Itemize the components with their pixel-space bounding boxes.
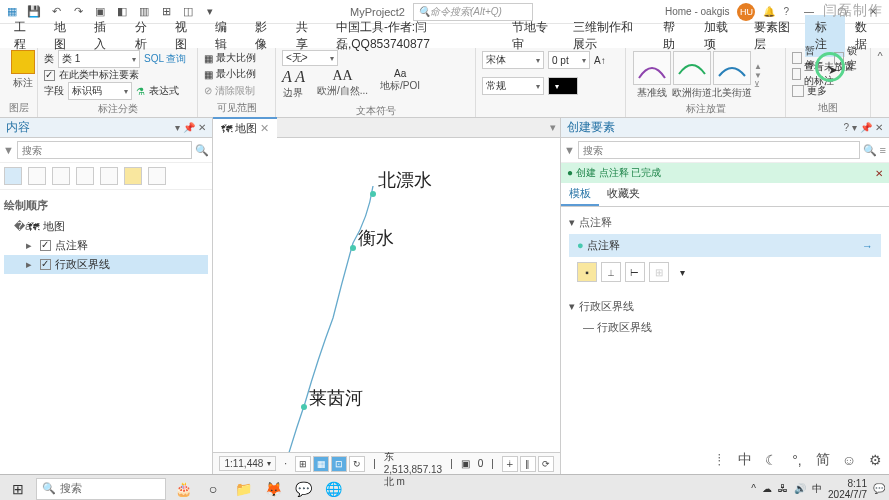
template-point[interactable]: ● 点注释 → xyxy=(569,234,881,257)
class-combo[interactable]: 类 1▾ xyxy=(58,50,140,68)
pane-close-icon[interactable]: ✕ xyxy=(198,122,206,133)
gallery-more[interactable]: ⊻ xyxy=(754,80,762,89)
rp-pin-icon[interactable]: 📌 xyxy=(860,122,872,133)
layer-boundary[interactable]: ▸ 行政区界线 xyxy=(4,255,208,274)
text-style-2[interactable]: AA xyxy=(317,68,368,84)
sb-pause[interactable]: ‖ xyxy=(520,456,536,472)
unplaced-icon[interactable] xyxy=(792,68,801,80)
clear-limit[interactable]: 清除限制 xyxy=(215,84,255,98)
tab-favorites[interactable]: 收藏夹 xyxy=(599,183,648,206)
tb-label-icon[interactable] xyxy=(124,167,142,185)
expr-icon[interactable]: ⚗ xyxy=(136,86,145,97)
rp-help-icon[interactable]: ? xyxy=(843,122,849,133)
collapse2-icon[interactable]: ▾ xyxy=(569,300,575,313)
text-style-3[interactable]: Aa xyxy=(380,68,420,79)
max-scale[interactable]: 最大比例 xyxy=(216,51,256,65)
filter-icon[interactable]: ▼ xyxy=(3,144,14,156)
tb-source-icon[interactable] xyxy=(28,167,46,185)
sb-i3[interactable]: ⊡ xyxy=(331,456,347,472)
pause-icon[interactable] xyxy=(792,52,802,64)
clear-icon[interactable]: ⊘ xyxy=(204,85,212,96)
simp-btn[interactable]: 简 xyxy=(813,450,833,470)
sb-i1[interactable]: ⊞ xyxy=(295,456,311,472)
map-tab[interactable]: 🗺 地图 ✕ xyxy=(213,117,277,138)
pane-pin-icon[interactable]: 📌 xyxy=(183,122,195,133)
tray-ime[interactable]: 中 xyxy=(812,482,822,496)
sb-refresh[interactable]: ⟳ xyxy=(538,456,554,472)
tb-sel-icon[interactable] xyxy=(52,167,70,185)
layer-point-check[interactable] xyxy=(40,240,51,251)
clock-date[interactable]: 2024/7/7 xyxy=(828,489,867,500)
taskbar-search[interactable]: 🔍 搜索 xyxy=(36,478,166,500)
map-canvas[interactable]: 北漂水 衡水 莱茵河 xyxy=(213,138,560,452)
tb-pencil-icon[interactable] xyxy=(148,167,166,185)
zoom-in-icon[interactable]: ▦ xyxy=(204,53,213,64)
tray-notif-icon[interactable]: 💬 xyxy=(873,483,885,494)
sb-i2[interactable]: ▦ xyxy=(313,456,329,472)
msg-close-icon[interactable]: ✕ xyxy=(875,168,883,179)
task-wechat-icon[interactable]: 💬 xyxy=(290,477,316,501)
tray-cloud-icon[interactable]: ☁ xyxy=(762,483,772,494)
placement-2[interactable] xyxy=(673,51,711,85)
label-button[interactable]: 标注 xyxy=(6,50,40,90)
map-node[interactable]: �á 🗺 地图 xyxy=(4,217,208,236)
tray-vol-icon[interactable]: 🔊 xyxy=(794,483,806,494)
tray-net-icon[interactable]: 🖧 xyxy=(778,483,788,494)
template-boundary[interactable]: — 行政区界线 xyxy=(569,318,881,337)
section-boundary[interactable]: ▾行政区界线 xyxy=(569,299,881,314)
rp-close-icon[interactable]: ✕ xyxy=(875,122,883,133)
weight-combo[interactable]: 常规▾ xyxy=(482,77,544,95)
search-go-icon[interactable]: 🔍 xyxy=(195,144,209,157)
field-combo[interactable]: 标识码▾ xyxy=(68,82,132,100)
emoji-icon[interactable]: ☺ xyxy=(839,450,859,470)
ime-btn[interactable]: 中 xyxy=(735,450,755,470)
start-button[interactable]: ⊞ xyxy=(4,477,32,501)
tray-up-icon[interactable]: ^ xyxy=(751,483,756,494)
sb-i4[interactable]: ↻ xyxy=(349,456,365,472)
expression-link[interactable]: 表达式 xyxy=(149,84,179,98)
layer-point[interactable]: ▸ 点注释 xyxy=(4,236,208,255)
tool-more[interactable]: ▾ xyxy=(673,262,693,282)
expander-icon[interactable]: �á xyxy=(14,220,24,233)
label-check[interactable] xyxy=(44,70,55,81)
rp-filter-icon[interactable]: ▼ xyxy=(564,144,575,156)
task-cake-icon[interactable]: 🎂 xyxy=(170,477,196,501)
layer-boundary-check[interactable] xyxy=(40,259,51,270)
map-tab-close-icon[interactable]: ✕ xyxy=(260,122,269,135)
color-combo[interactable]: ▾ xyxy=(548,77,578,95)
tab-templates[interactable]: 模板 xyxy=(561,183,599,206)
contents-search[interactable] xyxy=(17,141,193,159)
rp-search-icon[interactable]: 🔍 xyxy=(863,144,877,157)
rp-opts-icon[interactable]: ≡ xyxy=(880,144,886,156)
gallery-up[interactable]: ▲ xyxy=(754,62,762,71)
task-firefox-icon[interactable]: 🦊 xyxy=(260,477,286,501)
task-cortana-icon[interactable]: ○ xyxy=(200,477,226,501)
gear-icon[interactable]: ⚙ xyxy=(865,450,885,470)
arrow-icon[interactable]: → xyxy=(862,240,873,252)
map-tabs-menu-icon[interactable]: ▾ xyxy=(546,121,560,134)
tool-end[interactable]: ⟂ xyxy=(601,262,621,282)
punct-icon[interactable]: °, xyxy=(787,450,807,470)
task-edge-icon[interactable]: 🌐 xyxy=(320,477,346,501)
collapse-icon[interactable]: ▾ xyxy=(569,216,575,229)
placement-3[interactable] xyxy=(713,51,751,85)
clock-time[interactable]: 8:11 xyxy=(828,478,867,489)
placement-1[interactable] xyxy=(633,51,671,85)
moon-icon[interactable]: ☾ xyxy=(761,450,781,470)
expander3-icon[interactable]: ▸ xyxy=(26,258,36,271)
zoom-out-icon[interactable]: ▦ xyxy=(204,69,213,80)
pane-menu-icon[interactable]: ▾ xyxy=(175,122,180,133)
font-grow-icon[interactable]: A↑ xyxy=(594,55,606,66)
gallery-dn[interactable]: ▼ xyxy=(754,71,762,80)
create-search[interactable] xyxy=(578,141,860,159)
section-point[interactable]: ▾点注释 xyxy=(569,215,881,230)
rp-menu-icon[interactable]: ▾ xyxy=(852,122,857,133)
tool-grid[interactable]: ⊞ xyxy=(649,262,669,282)
more-label[interactable]: 更多 xyxy=(807,84,827,98)
task-explorer-icon[interactable]: 📁 xyxy=(230,477,256,501)
collapse-ribbon-icon[interactable]: ^ xyxy=(877,50,882,62)
tb-edit-icon[interactable] xyxy=(76,167,94,185)
style-combo[interactable]: <无>▾ xyxy=(282,50,338,66)
tb-snap-icon[interactable] xyxy=(100,167,118,185)
tb-list-icon[interactable] xyxy=(4,167,22,185)
